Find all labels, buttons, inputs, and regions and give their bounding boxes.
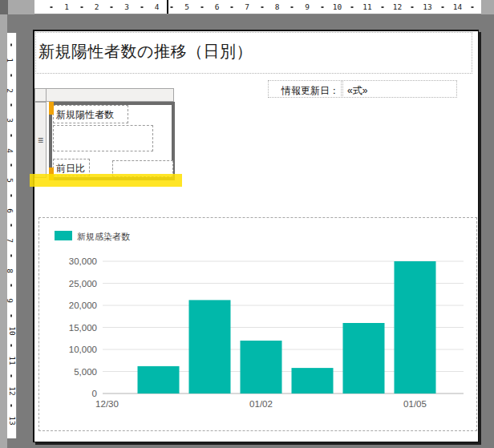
- y-axis-tick-label: 20,000: [69, 301, 97, 310]
- ruler-number: 5: [184, 3, 189, 10]
- ruler-tick: [10, 254, 12, 256]
- ruler-number: 4: [155, 3, 160, 10]
- ruler-number: 9: [305, 3, 310, 10]
- ruler-number: 7: [245, 3, 249, 10]
- ruler-number: 3: [124, 3, 129, 10]
- ruler-vertical: 12345678910111213: [7, 33, 17, 438]
- ruler-position-indicator: [167, 0, 168, 14]
- ruler-tick: [51, 6, 53, 8]
- selection-grip-icon[interactable]: [49, 102, 54, 115]
- y-axis-tick-label: 10,000: [69, 345, 97, 354]
- ruler-corner-right: [481, 0, 494, 14]
- ruler-number: 1: [64, 3, 69, 10]
- tablix-corner-handle[interactable]: [34, 88, 47, 102]
- x-axis-tick-label: 12/30: [95, 399, 119, 409]
- bar-01/03[interactable]: [292, 368, 334, 394]
- y-axis-tick-label: 25,000: [69, 279, 97, 289]
- ruler-number: 10: [333, 3, 342, 10]
- chart-container[interactable]: 05,00010,00015,00020,00025,00030,00012/3…: [38, 217, 477, 431]
- bar-01/02[interactable]: [241, 341, 282, 394]
- ruler-tick: [411, 6, 414, 8]
- ruler-tick: [10, 44, 12, 46]
- bar-01/05[interactable]: [395, 261, 436, 394]
- ruler-number: 11: [362, 3, 371, 10]
- ruler-number: 6: [6, 208, 14, 213]
- ruler-tick: [10, 405, 12, 407]
- ruler-tick: [321, 6, 323, 8]
- ruler-tick: [10, 134, 12, 136]
- textbox-new-positives[interactable]: 新規陽性者数: [53, 105, 128, 123]
- ruler-number: 13: [423, 3, 431, 10]
- ruler-tick: [111, 6, 113, 8]
- ruler-tick: [261, 6, 263, 8]
- legend-label: 新規感染者数: [77, 232, 130, 241]
- ruler-tick: [10, 314, 12, 317]
- y-axis-tick-label: 15,000: [69, 323, 97, 333]
- ruler-tick: [472, 6, 474, 8]
- ruler-tick: [291, 6, 294, 8]
- bar-01/04[interactable]: [343, 323, 385, 394]
- bar-chart[interactable]: 05,00010,00015,00020,00025,00030,00012/3…: [39, 218, 476, 430]
- ruler-tick: [10, 74, 12, 76]
- report-title-textbox[interactable]: 新規陽性者数の推移（日別）: [35, 32, 472, 74]
- ruler-number: 11: [9, 356, 16, 365]
- insertion-highlight: [30, 174, 182, 187]
- ruler-tick: [381, 6, 383, 8]
- ruler-tick: [441, 6, 443, 8]
- ruler-number: 8: [6, 268, 14, 273]
- ruler-top-lead: [8, 0, 34, 14]
- ruler-number: 12: [393, 3, 402, 10]
- tablix-row-handle[interactable]: ≡: [34, 102, 47, 178]
- ruler-number: 12: [9, 386, 16, 395]
- ruler-tick: [171, 6, 173, 8]
- ruler-number: 1: [6, 58, 14, 63]
- info-update-expression-textbox[interactable]: «式»: [342, 80, 457, 98]
- ruler-number: 14: [453, 3, 462, 10]
- selected-tablix-cell[interactable]: 新規陽性者数 前日比: [49, 102, 175, 180]
- ruler-left-margin: [0, 14, 7, 448]
- y-axis-tick-label: 5,000: [74, 367, 97, 377]
- report-design-surface[interactable]: 新規陽性者数の推移（日別） 情報更新日： «式» ≡ 新規陽性者数 前日比 05…: [33, 30, 479, 442]
- ruler-number: 6: [215, 3, 220, 10]
- ruler-number: 7: [6, 238, 14, 243]
- ruler-number: 2: [95, 3, 99, 10]
- ruler-tick: [10, 104, 12, 107]
- ruler-number: 5: [6, 178, 14, 183]
- x-axis-tick-label: 01/05: [403, 399, 427, 409]
- ruler-tick: [10, 374, 12, 377]
- textbox-value-placeholder[interactable]: [53, 125, 153, 151]
- ruler-number: 10: [9, 326, 16, 335]
- ruler-tick: [10, 164, 12, 167]
- ruler-tick: [10, 224, 12, 227]
- ruler-number: 3: [6, 118, 14, 123]
- ruler-tick: [140, 6, 143, 8]
- info-update-label-textbox[interactable]: 情報更新日：: [268, 80, 342, 98]
- tablix-column-handle[interactable]: [46, 88, 174, 102]
- bar-01/01[interactable]: [189, 300, 231, 394]
- legend-swatch: [55, 231, 72, 240]
- ruler-number: 13: [9, 416, 16, 425]
- y-axis-tick-label: 30,000: [69, 256, 97, 266]
- ruler-tick: [200, 6, 203, 8]
- ruler-tick: [231, 6, 233, 8]
- ruler-tick: [10, 285, 12, 287]
- ruler-horizontal: 1234567891011121314: [34, 0, 481, 14]
- row-grip-icon: ≡: [38, 136, 43, 144]
- ruler-number: 8: [275, 3, 280, 10]
- ruler-tick: [10, 194, 12, 196]
- ruler-number: 4: [6, 148, 14, 153]
- ruler-number: 2: [6, 88, 14, 93]
- ruler-number: 9: [6, 298, 14, 303]
- ruler-tick: [351, 6, 354, 8]
- ruler-tick: [10, 345, 12, 347]
- bar-12/31[interactable]: [138, 366, 180, 394]
- x-axis-tick-label: 01/02: [249, 399, 273, 409]
- y-axis-tick-label: 0: [92, 389, 97, 398]
- ruler-tick: [80, 6, 83, 8]
- ruler-corner-dark: [0, 0, 8, 14]
